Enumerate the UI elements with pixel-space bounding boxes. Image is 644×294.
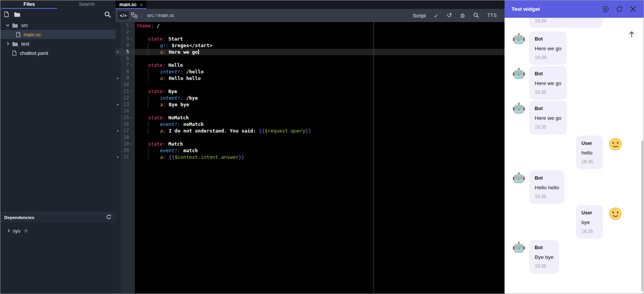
tts-button[interactable]: TTS xyxy=(487,13,497,18)
code-text[interactable] xyxy=(135,82,505,88)
code-line-17[interactable]: ▶17 a: I do not understand. You said: {{… xyxy=(116,127,505,134)
code-line-18[interactable]: 18 xyxy=(116,134,505,141)
tree-item-test[interactable]: test xyxy=(0,39,116,48)
close-widget-icon[interactable] xyxy=(629,5,637,13)
line-number[interactable]: 20 xyxy=(121,147,130,154)
code-line-5[interactable]: ▶5 a: Here we go xyxy=(116,49,505,55)
code-text[interactable]: a: Bye bye xyxy=(135,101,505,108)
code-line-3[interactable]: 3▾ state: Start xyxy=(116,36,505,42)
code-text[interactable]: intent!: /hello xyxy=(135,68,505,75)
code-line-9[interactable]: ▶9 a: Hello hello xyxy=(116,75,505,82)
code-text[interactable] xyxy=(135,29,505,36)
new-folder-icon[interactable] xyxy=(14,12,20,17)
settings-gear-icon[interactable]: ⚙ xyxy=(460,13,465,19)
dependency-item-sys[interactable]: sys ? xyxy=(0,226,116,235)
code-line-21[interactable]: ▶21 a: {{$context.intent.answer}} xyxy=(116,154,505,160)
code-text[interactable]: theme: / xyxy=(135,22,505,29)
line-number[interactable]: 16 xyxy=(121,121,130,127)
code-text[interactable]: state: Match xyxy=(135,141,505,147)
code-line-19[interactable]: 19▾ state: Match xyxy=(116,141,505,147)
chat-history[interactable]: 16:34 BotHere we go16:34BotHere we go16:… xyxy=(505,18,644,294)
code-editor[interactable]: 1▾theme: /23▾ state: Start4 q!: $regex</… xyxy=(116,22,505,294)
line-number[interactable]: 12 xyxy=(121,95,130,101)
line-number[interactable]: 2 xyxy=(121,29,130,36)
undo-icon[interactable]: ↺ xyxy=(447,12,452,19)
tree-search-icon[interactable] xyxy=(104,11,111,18)
editor-search-icon[interactable] xyxy=(473,12,479,19)
editor-tab-main-sc[interactable]: main.sc × xyxy=(116,0,146,9)
flow-view-button[interactable] xyxy=(131,12,138,19)
code-line-11[interactable]: 11▾ state: Bye xyxy=(116,88,505,95)
fold-arrow-icon[interactable]: ▾ xyxy=(130,36,135,42)
code-line-10[interactable]: 10 xyxy=(116,82,505,88)
line-number[interactable]: 10 xyxy=(121,82,130,88)
tree-item-main.sc[interactable]: main.sc xyxy=(0,30,116,39)
code-line-1[interactable]: 1▾theme: / xyxy=(116,22,505,29)
chevron-right-icon[interactable] xyxy=(3,42,12,46)
line-number[interactable]: 9 xyxy=(121,75,130,82)
line-number[interactable]: 17 xyxy=(121,127,130,134)
code-text[interactable]: a: I do not understand. You said: {{$req… xyxy=(135,127,505,134)
line-number[interactable]: 18 xyxy=(121,134,130,141)
code-text[interactable]: a: Here we go xyxy=(135,49,505,55)
help-icon[interactable]: ? xyxy=(24,229,28,233)
line-number[interactable]: 4 xyxy=(121,42,130,49)
code-text[interactable]: intent!: /bye xyxy=(135,95,505,101)
refresh-dependencies-icon[interactable] xyxy=(106,214,112,221)
code-line-16[interactable]: 16 event!: noMatch xyxy=(116,121,505,127)
fold-arrow-icon[interactable]: ▾ xyxy=(130,62,135,68)
code-text[interactable] xyxy=(135,108,505,114)
line-number[interactable]: 7 xyxy=(121,62,130,68)
line-number[interactable]: 13 xyxy=(121,101,130,108)
code-view-button[interactable]: </> xyxy=(118,11,129,20)
code-text[interactable] xyxy=(135,134,505,141)
debug-play-icon[interactable]: ▶ xyxy=(116,75,121,82)
tab-search[interactable]: Search xyxy=(58,0,116,9)
code-text[interactable]: a: {{$context.intent.answer}} xyxy=(135,154,505,160)
line-number[interactable]: 5 xyxy=(121,49,130,55)
code-line-2[interactable]: 2 xyxy=(116,29,505,36)
code-line-14[interactable]: 14 xyxy=(116,108,505,114)
code-text[interactable]: a: Hello hello xyxy=(135,75,505,82)
fold-arrow-icon[interactable]: ▾ xyxy=(130,88,135,95)
code-text[interactable]: state: Bye xyxy=(135,88,505,95)
code-line-8[interactable]: 8 intent!: /hello xyxy=(116,68,505,75)
line-number[interactable]: 11 xyxy=(121,88,130,95)
line-number[interactable]: 6 xyxy=(121,55,130,62)
validate-check-icon[interactable]: ✓ xyxy=(434,13,439,19)
line-number[interactable]: 14 xyxy=(121,108,130,114)
close-tab-icon[interactable]: × xyxy=(140,2,143,7)
code-line-13[interactable]: ▶13 a: Bye bye xyxy=(116,101,505,108)
debug-play-icon[interactable]: ▶ xyxy=(116,49,121,55)
restart-session-icon[interactable] xyxy=(616,5,623,13)
scroll-to-top-icon[interactable] xyxy=(627,29,637,39)
tab-files[interactable]: Files xyxy=(0,0,58,9)
new-file-icon[interactable] xyxy=(4,11,9,17)
fold-arrow-icon[interactable]: ▾ xyxy=(130,114,135,121)
fold-arrow-icon[interactable]: ▾ xyxy=(130,141,135,147)
mode-select[interactable]: Script xyxy=(413,13,426,19)
line-number[interactable]: 8 xyxy=(121,68,130,75)
new-dialog-icon[interactable] xyxy=(602,5,610,13)
code-text[interactable]: state: Hello xyxy=(135,62,505,68)
code-line-7[interactable]: 7▾ state: Hello xyxy=(116,62,505,68)
line-number[interactable]: 3 xyxy=(121,36,130,42)
debug-play-icon[interactable]: ▶ xyxy=(116,154,121,160)
code-text[interactable]: state: Start xyxy=(135,36,505,42)
code-text[interactable]: event!: match xyxy=(135,147,505,154)
tree-item-chatbot.yaml[interactable]: chatbot.yaml xyxy=(0,48,116,58)
line-number[interactable]: 1 xyxy=(121,22,130,29)
code-line-15[interactable]: 15▾ state: NoMatch xyxy=(116,114,505,121)
chat-scrollbar-thumb[interactable] xyxy=(641,141,643,291)
code-line-12[interactable]: 12 intent!: /bye xyxy=(116,95,505,101)
tree-item-src[interactable]: src xyxy=(0,20,116,30)
line-number[interactable]: 15 xyxy=(121,114,130,121)
chevron-down-icon[interactable] xyxy=(3,24,12,27)
line-number[interactable]: 19 xyxy=(121,141,130,147)
code-line-6[interactable]: 6 xyxy=(116,55,505,62)
line-number[interactable]: 21 xyxy=(121,154,130,160)
code-text[interactable]: q!: $regex</start> xyxy=(135,42,505,49)
debug-play-icon[interactable]: ▶ xyxy=(116,101,121,108)
fold-arrow-icon[interactable]: ▾ xyxy=(130,22,135,29)
debug-play-icon[interactable]: ▶ xyxy=(116,127,121,134)
